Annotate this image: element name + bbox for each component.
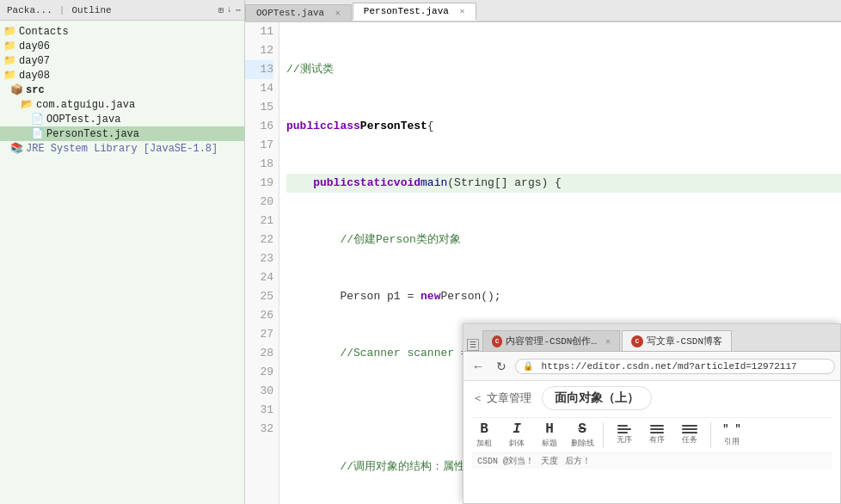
tab-ooptest-label: OOPTest.java — [256, 8, 324, 18]
browser-tab-write[interactable]: C 写文章-CSDN博客 — [622, 330, 732, 351]
browser-sidebar-icon[interactable]: ☰ — [467, 339, 479, 351]
article-mgmt-chevron: ＜ — [472, 390, 483, 406]
bold-label: 加粗 — [476, 438, 492, 449]
editor-tab-bar: OOPTest.java ✕ PersonTest.java ✕ — [245, 0, 841, 22]
toolbar-strike-button[interactable]: S 删除线 — [570, 421, 594, 449]
browser-content: ＜ 文章管理 面向对象（上） B 加粗 I 斜体 — [463, 381, 840, 503]
article-mgmt-label: 文章管理 — [487, 390, 531, 406]
line-12: public class PersonTest { — [286, 117, 841, 136]
heading-icon: H — [545, 421, 554, 437]
tab-persontest-label: PersonTest.java — [364, 6, 449, 16]
toolbar-italic-button[interactable]: I 斜体 — [505, 421, 529, 449]
sidebar-tab-packages[interactable]: Packa... — [3, 4, 56, 16]
line-numbers: 11 12 13 14 15 16 17 18 19 20 21 22 23 2… — [245, 22, 279, 504]
tab-persontest-close[interactable]: ✕ — [460, 7, 465, 16]
lock-icon: 🔒 — [523, 362, 533, 372]
sidebar-icon-grid[interactable]: ⊞ — [218, 5, 224, 15]
italic-label: 斜体 — [509, 438, 525, 449]
line-15: Person p1 = new Person(); — [286, 287, 841, 306]
sidebar-tab-bar: Packa... | Outline ⊞ ↓ ⋯ — [0, 0, 244, 21]
article-header: ＜ 文章管理 面向对象（上） — [472, 386, 832, 410]
tree-day06[interactable]: 📁 day06 — [0, 39, 244, 53]
browser-tab-bar: ☰ C 内容管理-CSDN创作中心 ✕ C 写文章-CSDN博客 — [463, 324, 840, 352]
sidebar-icon-more[interactable]: ⋯ — [236, 5, 241, 15]
browser-tab-1-close[interactable]: ✕ — [605, 336, 611, 347]
strike-icon: S — [578, 421, 586, 437]
direction-label: 后方！ — [565, 455, 591, 467]
csdn-credit-label: CSDN @刘当！ — [477, 455, 534, 467]
article-mgmt-link[interactable]: ＜ 文章管理 — [472, 390, 531, 406]
unordered-list-label: 无序 — [617, 434, 632, 446]
tab-ooptest-close[interactable]: ✕ — [335, 9, 341, 18]
tree-jre[interactable]: 📚 JRE System Library [JavaSE-1.8] — [0, 141, 244, 156]
article-editor-toolbar: B 加粗 I 斜体 H 标题 S 删除线 — [472, 417, 832, 452]
quote-icon: " " — [722, 423, 741, 435]
toolbar-heading-button[interactable]: H 标题 — [537, 421, 562, 449]
line-11: //测试类 — [286, 60, 841, 79]
heading-label: 标题 — [542, 438, 557, 449]
days-label: 天度 — [541, 455, 558, 467]
quote-label: 引用 — [724, 436, 740, 447]
tree-ooptest[interactable]: 📄 OOPTest.java — [0, 112, 244, 126]
article-title: 面向对象（上） — [542, 386, 652, 410]
csdn-logo-1: C — [492, 335, 502, 347]
toolbar-divider-2 — [710, 422, 711, 448]
toolbar-task-list-button[interactable]: 任务 — [678, 425, 702, 446]
tree-src[interactable]: 📦 src — [0, 83, 244, 97]
line-13: public static void main(String[] args) { — [286, 174, 841, 193]
toolbar-unordered-list-button[interactable]: 无序 — [612, 425, 636, 446]
tree-contacts[interactable]: 📁 Contacts — [0, 24, 244, 39]
bold-icon: B — [480, 421, 488, 437]
browser-url: https://editor.csdn.net/md?articleId=129… — [542, 361, 797, 372]
ordered-list-icon — [650, 425, 664, 433]
unordered-list-icon — [617, 425, 631, 433]
tree-day08[interactable]: 📁 day08 — [0, 68, 244, 83]
tree-persontest[interactable]: 📄 PersonTest.java — [0, 126, 244, 141]
browser-toolbar: ← ↻ 🔒 https://editor.csdn.net/md?article… — [463, 352, 840, 381]
editor-area: OOPTest.java ✕ PersonTest.java ✕ 11 12 1… — [245, 0, 841, 504]
csdn-logo-2: C — [631, 335, 643, 347]
browser-tab-2-label: 写文章-CSDN博客 — [647, 335, 722, 347]
tree-package[interactable]: 📂 com.atguigu.java — [0, 97, 244, 112]
sidebar-tab-outline[interactable]: Outline — [68, 4, 114, 16]
italic-icon: I — [513, 421, 521, 437]
tab-ooptest[interactable]: OOPTest.java ✕ — [245, 4, 352, 21]
toolbar-bold-button[interactable]: B 加粗 — [472, 421, 496, 449]
toolbar-ordered-list-button[interactable]: 有序 — [645, 425, 669, 446]
sidebar-tree: 📁 Contacts 📁 day06 📁 day07 📁 day08 📦 src… — [0, 21, 244, 504]
browser-tab-content-mgmt[interactable]: C 内容管理-CSDN创作中心 ✕ — [482, 330, 620, 351]
browser-refresh-button[interactable]: ↻ — [493, 358, 510, 375]
tree-day07[interactable]: 📁 day07 — [0, 53, 244, 68]
sidebar-icon-collapse[interactable]: ↓ — [227, 5, 232, 15]
browser-back-button[interactable]: ← — [469, 358, 488, 375]
task-list-icon — [682, 425, 697, 433]
line-14: //创建Person类的对象 — [286, 230, 841, 249]
task-list-label: 任务 — [682, 434, 697, 446]
browser-bottom-bar: CSDN @刘当！ 天度 后方！ — [472, 452, 832, 469]
browser-window: ☰ C 内容管理-CSDN创作中心 ✕ C 写文章-CSDN博客 ← ↻ — [463, 323, 841, 504]
sidebar: Packa... | Outline ⊞ ↓ ⋯ 📁 Contacts 📁 da… — [0, 0, 245, 504]
strike-label: 删除线 — [571, 438, 594, 449]
code-area[interactable]: 11 12 13 14 15 16 17 18 19 20 21 22 23 2… — [245, 22, 841, 504]
toolbar-divider-1 — [603, 422, 604, 448]
browser-tab-1-label: 内容管理-CSDN创作中心 — [506, 335, 599, 347]
browser-address-bar[interactable]: 🔒 https://editor.csdn.net/md?articleId=1… — [515, 359, 835, 374]
tab-persontest[interactable]: PersonTest.java ✕ — [353, 3, 476, 21]
toolbar-quote-button[interactable]: " " 引用 — [720, 423, 744, 447]
ordered-list-label: 有序 — [649, 434, 665, 446]
